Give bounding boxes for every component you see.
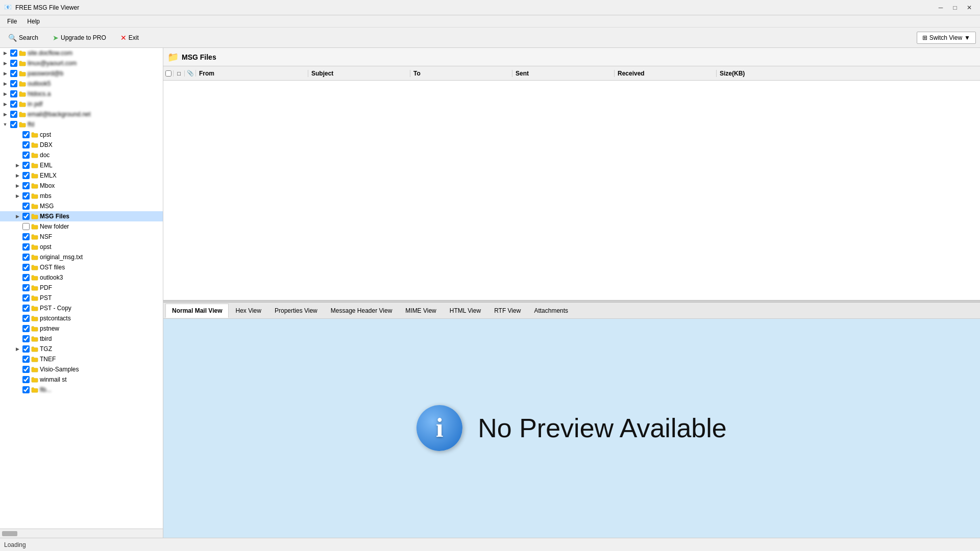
tree-expander[interactable]: ▶ <box>1 100 9 108</box>
tree-item[interactable]: NSF <box>0 232 163 242</box>
tree-checkbox[interactable] <box>22 264 30 271</box>
tree-checkbox[interactable] <box>22 203 30 210</box>
tree-item[interactable]: ▶ linux@yaourt.com <box>0 58 163 68</box>
tree-checkbox[interactable] <box>10 111 17 118</box>
menu-file[interactable]: File <box>2 17 22 26</box>
tree-item[interactable]: New folder <box>0 221 163 232</box>
tree-checkbox[interactable] <box>22 182 30 189</box>
tree-expander[interactable] <box>13 324 21 333</box>
col-size-header[interactable]: Size(KB) <box>717 70 980 77</box>
col-from-header[interactable]: From <box>196 70 308 77</box>
tree-item[interactable]: ▶ Mbox <box>0 181 163 191</box>
tree-item[interactable]: winmail st <box>0 374 163 385</box>
tree-expander[interactable] <box>13 284 21 292</box>
tree-item[interactable]: Visio-Samples <box>0 364 163 374</box>
tree-expander[interactable] <box>13 355 21 363</box>
menu-help[interactable]: Help <box>22 17 45 26</box>
tree-expander[interactable]: ▶ <box>1 90 9 98</box>
tree-checkbox[interactable] <box>22 345 30 353</box>
tree-expander[interactable]: ▶ <box>1 49 9 57</box>
tree-checkbox[interactable] <box>10 70 17 77</box>
tree-item[interactable]: doc <box>0 150 163 160</box>
tree-checkbox[interactable] <box>22 254 30 261</box>
tree-expander[interactable] <box>13 151 21 159</box>
tree-expander[interactable]: ▶ <box>13 161 21 169</box>
exit-button[interactable]: ✕ Exit <box>116 32 143 44</box>
tree-expander[interactable] <box>13 131 21 139</box>
tree-item[interactable]: PST - Copy <box>0 303 163 313</box>
col-to-header[interactable]: To <box>410 70 512 77</box>
tree-item[interactable]: tbird <box>0 334 163 344</box>
tree-expander[interactable] <box>13 263 21 271</box>
tree-item[interactable]: ▶ site.docflow.com <box>0 48 163 58</box>
tree-item[interactable]: ▶ MSG Files <box>0 211 163 221</box>
tree-checkbox[interactable] <box>22 131 30 138</box>
tree-item[interactable]: ▶ TGZ <box>0 344 163 354</box>
close-button[interactable]: ✕ <box>963 3 976 13</box>
preview-tab[interactable]: MIME View <box>399 304 443 317</box>
tree-item[interactable]: MSG <box>0 201 163 211</box>
preview-tab[interactable]: Message Header View <box>324 304 399 317</box>
col-received-header[interactable]: Received <box>615 70 717 77</box>
tree-checkbox[interactable] <box>10 90 17 97</box>
select-all-checkbox[interactable] <box>165 70 172 77</box>
col-sent-header[interactable]: Sent <box>512 70 615 77</box>
tree-expander[interactable]: ▶ <box>13 192 21 200</box>
tree-checkbox[interactable] <box>22 162 30 169</box>
tree-checkbox[interactable] <box>22 213 30 220</box>
tree-checkbox[interactable] <box>22 152 30 159</box>
tree-item[interactable]: PDF <box>0 283 163 293</box>
tree-expander[interactable]: ▶ <box>1 110 9 118</box>
tree-item[interactable]: ▶ in pdf <box>0 99 163 109</box>
tree-item[interactable]: ▶ EMLX <box>0 170 163 181</box>
tree-checkbox[interactable] <box>10 121 17 128</box>
tree-checkbox[interactable] <box>22 141 30 148</box>
tree-expander[interactable]: ▶ <box>13 212 21 220</box>
tree-expander[interactable]: ▼ <box>1 120 9 129</box>
tree-expander[interactable] <box>13 314 21 322</box>
tree-expander[interactable] <box>13 141 21 149</box>
tree-expander[interactable] <box>13 273 21 282</box>
tree-item[interactable]: pstnew <box>0 323 163 334</box>
tree-item[interactable]: flb... <box>0 385 163 395</box>
tree-item[interactable]: pstcontacts <box>0 313 163 323</box>
col-check[interactable] <box>163 70 174 77</box>
tree-expander[interactable]: ▶ <box>13 345 21 353</box>
maximize-button[interactable]: □ <box>948 3 962 13</box>
tree-expander[interactable] <box>13 202 21 210</box>
tree-item[interactable]: ▶ outlook5 <box>0 79 163 89</box>
tree-checkbox[interactable] <box>22 335 30 342</box>
tree-checkbox[interactable] <box>22 284 30 291</box>
tree-item[interactable]: OST files <box>0 262 163 272</box>
tree-expander[interactable]: ▶ <box>1 69 9 78</box>
tree-item[interactable]: ▼ ffd <box>0 119 163 130</box>
tree-expander[interactable]: ▶ <box>1 59 9 67</box>
tree-expander[interactable] <box>13 375 21 384</box>
switch-view-button[interactable]: ⊞ Switch View ▼ <box>917 32 976 44</box>
tree-expander[interactable] <box>13 233 21 241</box>
tree-checkbox[interactable] <box>22 233 30 240</box>
table-body[interactable] <box>163 81 980 300</box>
tree-item[interactable]: ▶ email@background.net <box>0 109 163 119</box>
tree-checkbox[interactable] <box>22 172 30 179</box>
tree-expander[interactable] <box>13 222 21 231</box>
tree-item[interactable]: ▶ mbs <box>0 191 163 201</box>
tree-expander[interactable] <box>13 365 21 373</box>
tree-expander[interactable] <box>13 335 21 343</box>
tree-expander[interactable] <box>13 294 21 302</box>
tree-checkbox[interactable] <box>10 49 17 57</box>
tree-checkbox[interactable] <box>22 315 30 322</box>
tree-checkbox[interactable] <box>22 294 30 302</box>
tree-expander[interactable] <box>13 304 21 312</box>
tree-item[interactable]: opst <box>0 242 163 252</box>
tree-checkbox[interactable] <box>22 192 30 199</box>
tree-expander[interactable]: ▶ <box>13 182 21 190</box>
tree-expander[interactable]: ▶ <box>1 80 9 88</box>
upgrade-button[interactable]: ➤ Upgrade to PRO <box>48 32 110 44</box>
tree-checkbox[interactable] <box>22 376 30 383</box>
tree-item[interactable]: ▶ htdocs.a <box>0 89 163 99</box>
preview-tab[interactable]: Properties View <box>268 304 324 317</box>
search-button[interactable]: 🔍 Search <box>4 32 42 44</box>
tree-checkbox[interactable] <box>22 325 30 332</box>
col-subject-header[interactable]: Subject <box>308 70 410 77</box>
